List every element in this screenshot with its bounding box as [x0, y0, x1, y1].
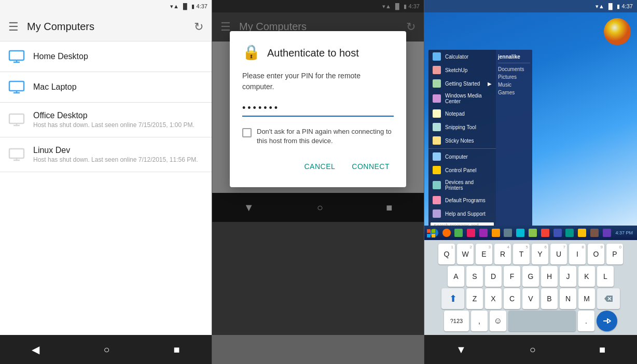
start-menu-item-sticky[interactable]: Sticky Notes [428, 134, 496, 147]
menu-icon-1[interactable]: ☰ [8, 20, 19, 34]
taskbar-item-12[interactable] [564, 227, 575, 239]
start-menu-item-calculator[interactable]: Calculator [428, 50, 496, 63]
kbd-space-key[interactable] [508, 311, 576, 331]
kbd-h[interactable]: H [541, 266, 558, 287]
start-menu-right-panel: jennalike Documents Pictures Music Games [496, 50, 532, 236]
time-3: 4:37 [622, 3, 633, 9]
kbd-u[interactable]: 7U [550, 244, 567, 264]
dont-ask-checkbox[interactable] [242, 128, 252, 137]
kbd-s[interactable]: S [466, 266, 483, 287]
taskbar-item-4[interactable] [465, 227, 477, 239]
kbd-l[interactable]: L [597, 266, 614, 287]
kbd-period[interactable]: . [578, 311, 594, 331]
kbd-backspace-key[interactable] [597, 288, 620, 309]
taskbar-item-6[interactable] [490, 227, 502, 239]
taskbar-item-5[interactable] [478, 227, 489, 239]
cancel-button[interactable]: CANCEL [300, 158, 339, 175]
kbd-f[interactable]: F [504, 266, 520, 287]
kbd-y[interactable]: 6Y [532, 244, 548, 264]
kbd-p[interactable]: 0P [606, 244, 623, 264]
recent-button-3[interactable]: ■ [589, 340, 616, 360]
kbd-i[interactable]: 8I [569, 244, 586, 264]
kbd-t[interactable]: 5T [513, 244, 530, 264]
start-menu-item-devices[interactable]: Devices and Printers [428, 177, 496, 193]
start-menu-item-sketchup[interactable]: SketchUp [428, 63, 496, 77]
status-icons-3: ▾▲ ▐▌ ▮ 4:37 [596, 3, 633, 10]
start-menu-documents[interactable]: Documents [498, 66, 530, 72]
start-menu-item-control-panel[interactable]: Control Panel [428, 163, 496, 177]
kbd-v[interactable]: V [522, 288, 539, 309]
kbd-n[interactable]: N [560, 288, 576, 309]
kbd-comma[interactable]: , [471, 311, 488, 331]
home-button-3[interactable]: ○ [519, 340, 546, 360]
connect-button[interactable]: CONNECT [348, 158, 394, 175]
pin-input-container[interactable] [242, 103, 394, 117]
start-menu-item-default[interactable]: Default Programs [428, 193, 496, 207]
kbd-e[interactable]: 3E [476, 244, 492, 264]
kbd-r[interactable]: 4R [494, 244, 511, 264]
kbd-o[interactable]: 9O [588, 244, 604, 264]
kbd-q[interactable]: 1Q [438, 244, 455, 264]
kbd-d[interactable]: D [485, 266, 502, 287]
windows-taskbar: 4:37 PM [424, 226, 637, 240]
taskbar-item-14[interactable] [589, 227, 600, 239]
kbd-w[interactable]: 2W [457, 244, 474, 264]
pin-input[interactable] [242, 103, 394, 114]
kbd-a[interactable]: A [448, 266, 464, 287]
taskbar-item-15[interactable] [601, 227, 613, 239]
start-menu-item-snipping[interactable]: Snipping Tool [428, 120, 496, 134]
computer-item-linux-dev[interactable]: Linux Dev Host has shut down. Last seen … [0, 137, 212, 172]
status-bar-1: ▾▲ ▐▌ ▮ 4:37 [0, 0, 212, 12]
android-keyboard: 1Q 2W 3E 4R 5T 6Y 7U 8I 9O 0P A S D F G … [424, 240, 637, 335]
kbd-x[interactable]: X [485, 288, 502, 309]
windows-desktop: Calculator SketchUp Getting Started ▶ [424, 12, 637, 240]
start-menu-item-computer[interactable]: Computer [428, 150, 496, 163]
home-button-1[interactable]: ○ [93, 340, 120, 360]
kbd-m[interactable]: M [578, 288, 595, 309]
app-title-1: My Computers [27, 21, 186, 33]
kbd-emoji-key[interactable]: ☺ [490, 311, 506, 331]
checkbox-label: Don't ask for a PIN again when connectin… [257, 127, 394, 146]
recent-button-1[interactable]: ■ [163, 340, 190, 360]
wifi-icon-3: ▾▲ [596, 3, 604, 10]
back-button-1[interactable]: ◀ [21, 339, 50, 360]
back-button-3[interactable]: ▼ [446, 340, 477, 360]
signal-icon: ▐▌ [181, 3, 189, 9]
start-menu-music[interactable]: Music [498, 82, 530, 88]
taskbar-item-7[interactable] [503, 227, 514, 239]
computer-item-mac-laptop[interactable]: Mac Laptop [0, 72, 212, 103]
kbd-j[interactable]: J [560, 266, 576, 287]
kbd-g[interactable]: G [522, 266, 539, 287]
computer-status-linux: Host has shut down. Last seen online 7/1… [33, 156, 203, 163]
kbd-k[interactable]: K [578, 266, 595, 287]
kbd-shift-key[interactable]: ⬆ [441, 288, 464, 309]
remote-screen[interactable]: Calculator SketchUp Getting Started ▶ [424, 12, 637, 240]
computer-item-home-desktop[interactable]: Home Desktop [0, 41, 212, 72]
kbd-row-bottom: ?123 , ☺ . [425, 311, 636, 331]
start-menu-item-notepad[interactable]: Notepad [428, 107, 496, 120]
kbd-c[interactable]: C [504, 288, 520, 309]
kbd-numbers-toggle[interactable]: ?123 [444, 311, 469, 331]
start-menu-item-help[interactable]: Help and Support [428, 207, 496, 220]
taskbar-item-13[interactable] [576, 227, 588, 239]
start-menu-item-getting-started[interactable]: Getting Started ▶ [428, 77, 496, 90]
taskbar-firefox[interactable] [441, 227, 452, 239]
start-menu-games[interactable]: Games [498, 90, 530, 95]
computer-status-office: Host has shut down. Last seen online 7/1… [33, 121, 203, 129]
svg-rect-15 [427, 229, 431, 233]
kbd-enter-key[interactable] [597, 311, 617, 331]
start-menu-item-wmc[interactable]: Windows Media Center [428, 90, 496, 107]
svg-rect-3 [9, 81, 24, 91]
kbd-z[interactable]: Z [466, 288, 483, 309]
svg-rect-9 [9, 149, 24, 158]
computer-item-office-desktop[interactable]: Office Desktop Host has shut down. Last … [0, 103, 212, 137]
refresh-icon-1[interactable]: ↻ [194, 20, 203, 34]
windows-logo[interactable] [426, 228, 436, 239]
taskbar-item-8[interactable] [515, 227, 526, 239]
taskbar-item-11[interactable] [552, 227, 563, 239]
taskbar-item-3[interactable] [453, 227, 465, 239]
kbd-b[interactable]: B [541, 288, 558, 309]
taskbar-item-9[interactable] [527, 227, 538, 239]
taskbar-item-10[interactable] [539, 227, 551, 239]
start-menu-pictures[interactable]: Pictures [498, 74, 530, 80]
